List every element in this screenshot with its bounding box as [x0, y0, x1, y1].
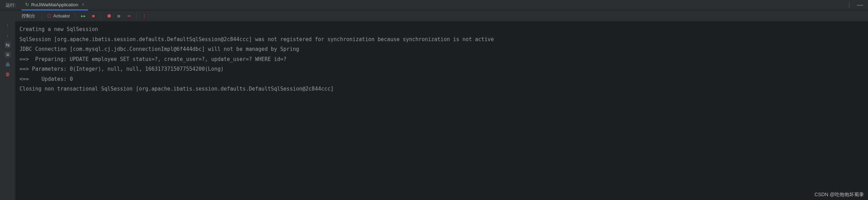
- close-tab-icon[interactable]: ×: [82, 2, 85, 7]
- camera-icon[interactable]: ◙: [114, 12, 123, 20]
- main-area: ↑ ↓ ⇆ ≡ 🖶 🗑 控制台 ⬡ Actuator ▸▸ ■ ⬢ ◙ ⇥ ⋮ …: [0, 10, 868, 200]
- actuator-label: Actuator: [53, 13, 70, 18]
- print-icon[interactable]: 🖶: [5, 61, 11, 68]
- run-tool-window-header: 运行: ↻ RuiJiWaiMaiApplication × ⋮ —: [0, 0, 868, 10]
- refresh-icon: ↻: [25, 2, 29, 7]
- stop-button[interactable]: ■: [89, 12, 97, 20]
- toolbar-divider: [75, 13, 76, 19]
- trash-icon[interactable]: 🗑: [5, 71, 11, 77]
- tab-console[interactable]: 控制台: [19, 13, 38, 19]
- actuator-icon: ⬡: [47, 13, 51, 18]
- run-label: 运行:: [0, 2, 22, 8]
- scroll-to-end-icon[interactable]: ≡: [5, 52, 11, 58]
- console-gutter: ↑ ↓ ⇆ ≡ 🖶 🗑: [0, 10, 15, 200]
- soft-wrap-icon[interactable]: ⇆: [5, 42, 11, 48]
- rerun-button[interactable]: ▸▸: [79, 12, 88, 20]
- header-right-controls: ⋮ —: [846, 1, 868, 9]
- tab-actuator[interactable]: ⬡ Actuator: [45, 13, 72, 18]
- toolbar-divider: [101, 13, 101, 19]
- watermark: CSDN @吃饱饱坏蜀黍: [814, 192, 864, 198]
- run-config-tab[interactable]: ↻ RuiJiWaiMaiApplication ×: [22, 0, 88, 10]
- console-toolbar: 控制台 ⬡ Actuator ▸▸ ■ ⬢ ◙ ⇥ ⋮: [15, 10, 868, 22]
- toolbar-divider: [136, 13, 136, 19]
- app-tab-label: RuiJiWaiMaiApplication: [31, 2, 78, 7]
- more-options-icon[interactable]: ⋮: [846, 2, 852, 8]
- toolbar-divider: [41, 13, 42, 19]
- exit-icon[interactable]: ⇥: [124, 12, 133, 20]
- more-vertical-icon[interactable]: ⋮: [140, 12, 148, 20]
- arrow-down-icon[interactable]: ↓: [5, 32, 11, 38]
- arrow-up-icon[interactable]: ↑: [5, 22, 11, 29]
- console-output[interactable]: Creating a new SqlSession SqlSession [or…: [15, 22, 868, 200]
- bug-icon[interactable]: ⬢: [105, 12, 113, 20]
- minimize-icon[interactable]: —: [857, 1, 863, 9]
- content-column: 控制台 ⬡ Actuator ▸▸ ■ ⬢ ◙ ⇥ ⋮ Creating a n…: [15, 10, 868, 200]
